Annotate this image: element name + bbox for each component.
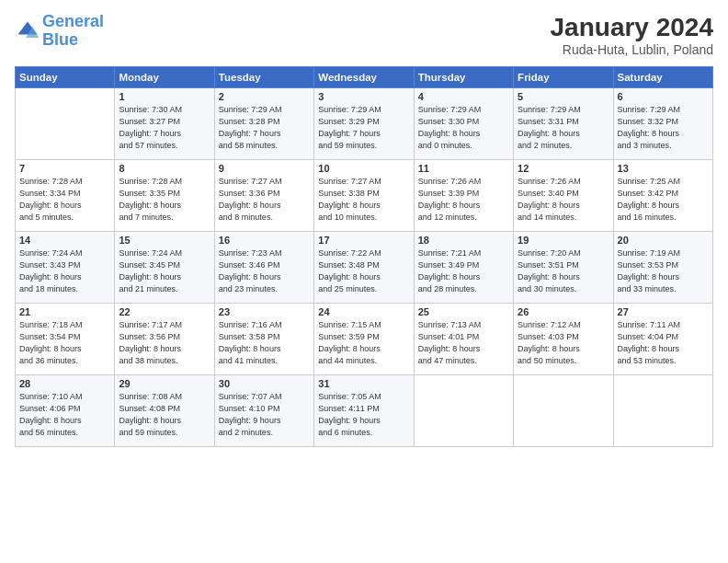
day-number: 22 xyxy=(119,306,210,317)
month-year: January 2024 xyxy=(551,13,713,42)
day-info: Sunrise: 7:19 AMSunset: 3:53 PMDaylight:… xyxy=(618,247,709,295)
day-number: 27 xyxy=(618,306,709,317)
logo-line1: General xyxy=(42,12,104,30)
day-number: 29 xyxy=(119,378,210,389)
week-row-0: 1Sunrise: 7:30 AMSunset: 3:27 PMDaylight… xyxy=(16,88,713,160)
day-info: Sunrise: 7:08 AMSunset: 4:08 PMDaylight:… xyxy=(119,391,210,439)
day-number: 13 xyxy=(618,163,709,174)
day-cell: 28Sunrise: 7:10 AMSunset: 4:06 PMDayligh… xyxy=(16,375,115,447)
day-info: Sunrise: 7:15 AMSunset: 3:59 PMDaylight:… xyxy=(318,319,409,367)
day-number: 1 xyxy=(119,91,210,102)
week-row-2: 14Sunrise: 7:24 AMSunset: 3:43 PMDayligh… xyxy=(16,232,713,304)
col-header-sunday: Sunday xyxy=(16,67,115,88)
col-header-thursday: Thursday xyxy=(414,67,513,88)
calendar-table: SundayMondayTuesdayWednesdayThursdayFrid… xyxy=(15,66,713,447)
day-number: 7 xyxy=(19,163,110,174)
day-number: 28 xyxy=(19,378,110,389)
day-cell: 23Sunrise: 7:16 AMSunset: 3:58 PMDayligh… xyxy=(214,304,313,375)
day-info: Sunrise: 7:29 AMSunset: 3:30 PMDaylight:… xyxy=(418,104,509,152)
day-info: Sunrise: 7:27 AMSunset: 3:36 PMDaylight:… xyxy=(219,176,310,224)
day-number: 9 xyxy=(219,163,310,174)
day-info: Sunrise: 7:12 AMSunset: 4:03 PMDaylight:… xyxy=(518,319,609,367)
page: General Blue January 2024 Ruda-Huta, Lub… xyxy=(0,0,728,563)
col-header-saturday: Saturday xyxy=(613,67,712,88)
day-cell: 21Sunrise: 7:18 AMSunset: 3:54 PMDayligh… xyxy=(16,304,115,375)
day-cell: 1Sunrise: 7:30 AMSunset: 3:27 PMDaylight… xyxy=(115,88,214,160)
location: Ruda-Huta, Lublin, Poland xyxy=(551,42,713,57)
day-cell: 8Sunrise: 7:28 AMSunset: 3:35 PMDaylight… xyxy=(115,160,214,232)
day-number: 11 xyxy=(418,163,509,174)
day-number: 31 xyxy=(318,378,409,389)
day-cell xyxy=(16,88,115,160)
day-cell: 5Sunrise: 7:29 AMSunset: 3:31 PMDaylight… xyxy=(514,88,613,160)
day-cell xyxy=(414,375,513,447)
day-info: Sunrise: 7:25 AMSunset: 3:42 PMDaylight:… xyxy=(618,176,709,224)
day-number: 21 xyxy=(19,306,110,317)
header: General Blue January 2024 Ruda-Huta, Lub… xyxy=(15,13,713,57)
day-info: Sunrise: 7:10 AMSunset: 4:06 PMDaylight:… xyxy=(19,391,110,439)
day-info: Sunrise: 7:29 AMSunset: 3:32 PMDaylight:… xyxy=(618,104,709,152)
col-header-monday: Monday xyxy=(115,67,214,88)
day-info: Sunrise: 7:23 AMSunset: 3:46 PMDaylight:… xyxy=(219,247,310,295)
day-cell: 10Sunrise: 7:27 AMSunset: 3:38 PMDayligh… xyxy=(314,160,414,232)
col-header-tuesday: Tuesday xyxy=(214,67,313,88)
day-info: Sunrise: 7:18 AMSunset: 3:54 PMDaylight:… xyxy=(19,319,110,367)
day-number: 10 xyxy=(318,163,409,174)
day-number: 19 xyxy=(518,235,609,246)
day-info: Sunrise: 7:24 AMSunset: 3:43 PMDaylight:… xyxy=(19,247,110,295)
day-number: 26 xyxy=(518,306,609,317)
day-info: Sunrise: 7:29 AMSunset: 3:31 PMDaylight:… xyxy=(518,104,609,152)
logo-icon xyxy=(15,18,40,44)
day-info: Sunrise: 7:30 AMSunset: 3:27 PMDaylight:… xyxy=(119,104,210,152)
day-cell: 14Sunrise: 7:24 AMSunset: 3:43 PMDayligh… xyxy=(16,232,115,304)
day-number: 6 xyxy=(618,91,709,102)
day-cell: 17Sunrise: 7:22 AMSunset: 3:48 PMDayligh… xyxy=(314,232,414,304)
day-cell: 2Sunrise: 7:29 AMSunset: 3:28 PMDaylight… xyxy=(214,88,313,160)
week-row-1: 7Sunrise: 7:28 AMSunset: 3:34 PMDaylight… xyxy=(16,160,713,232)
day-number: 20 xyxy=(618,235,709,246)
day-cell: 15Sunrise: 7:24 AMSunset: 3:45 PMDayligh… xyxy=(115,232,214,304)
day-cell: 22Sunrise: 7:17 AMSunset: 3:56 PMDayligh… xyxy=(115,304,214,375)
logo-line2: Blue xyxy=(42,30,78,49)
day-info: Sunrise: 7:28 AMSunset: 3:34 PMDaylight:… xyxy=(19,176,110,224)
day-number: 23 xyxy=(219,306,310,317)
day-info: Sunrise: 7:26 AMSunset: 3:40 PMDaylight:… xyxy=(518,176,609,224)
day-info: Sunrise: 7:16 AMSunset: 3:58 PMDaylight:… xyxy=(219,319,310,367)
day-cell: 29Sunrise: 7:08 AMSunset: 4:08 PMDayligh… xyxy=(115,375,214,447)
day-cell: 7Sunrise: 7:28 AMSunset: 3:34 PMDaylight… xyxy=(16,160,115,232)
day-info: Sunrise: 7:11 AMSunset: 4:04 PMDaylight:… xyxy=(618,319,709,367)
day-cell: 26Sunrise: 7:12 AMSunset: 4:03 PMDayligh… xyxy=(514,304,613,375)
day-number: 5 xyxy=(518,91,609,102)
day-info: Sunrise: 7:13 AMSunset: 4:01 PMDaylight:… xyxy=(418,319,509,367)
col-header-wednesday: Wednesday xyxy=(314,67,414,88)
day-cell: 31Sunrise: 7:05 AMSunset: 4:11 PMDayligh… xyxy=(314,375,414,447)
day-cell: 24Sunrise: 7:15 AMSunset: 3:59 PMDayligh… xyxy=(314,304,414,375)
day-cell: 13Sunrise: 7:25 AMSunset: 3:42 PMDayligh… xyxy=(613,160,712,232)
day-cell: 25Sunrise: 7:13 AMSunset: 4:01 PMDayligh… xyxy=(414,304,513,375)
day-number: 14 xyxy=(19,235,110,246)
day-cell: 19Sunrise: 7:20 AMSunset: 3:51 PMDayligh… xyxy=(514,232,613,304)
week-row-4: 28Sunrise: 7:10 AMSunset: 4:06 PMDayligh… xyxy=(16,375,713,447)
day-info: Sunrise: 7:22 AMSunset: 3:48 PMDaylight:… xyxy=(318,247,409,295)
day-info: Sunrise: 7:26 AMSunset: 3:39 PMDaylight:… xyxy=(418,176,509,224)
day-cell: 11Sunrise: 7:26 AMSunset: 3:39 PMDayligh… xyxy=(414,160,513,232)
day-number: 24 xyxy=(318,306,409,317)
day-number: 17 xyxy=(318,235,409,246)
day-number: 2 xyxy=(219,91,310,102)
day-number: 8 xyxy=(119,163,210,174)
week-row-3: 21Sunrise: 7:18 AMSunset: 3:54 PMDayligh… xyxy=(16,304,713,375)
day-number: 15 xyxy=(119,235,210,246)
day-cell xyxy=(514,375,613,447)
day-info: Sunrise: 7:05 AMSunset: 4:11 PMDaylight:… xyxy=(318,391,409,439)
logo-text: General Blue xyxy=(42,13,104,50)
day-cell: 27Sunrise: 7:11 AMSunset: 4:04 PMDayligh… xyxy=(613,304,712,375)
day-cell: 12Sunrise: 7:26 AMSunset: 3:40 PMDayligh… xyxy=(514,160,613,232)
day-cell: 20Sunrise: 7:19 AMSunset: 3:53 PMDayligh… xyxy=(613,232,712,304)
day-number: 16 xyxy=(219,235,310,246)
day-cell xyxy=(613,375,712,447)
logo: General Blue xyxy=(15,13,104,50)
day-cell: 30Sunrise: 7:07 AMSunset: 4:10 PMDayligh… xyxy=(214,375,313,447)
day-info: Sunrise: 7:24 AMSunset: 3:45 PMDaylight:… xyxy=(119,247,210,295)
day-cell: 4Sunrise: 7:29 AMSunset: 3:30 PMDaylight… xyxy=(414,88,513,160)
day-info: Sunrise: 7:28 AMSunset: 3:35 PMDaylight:… xyxy=(119,176,210,224)
